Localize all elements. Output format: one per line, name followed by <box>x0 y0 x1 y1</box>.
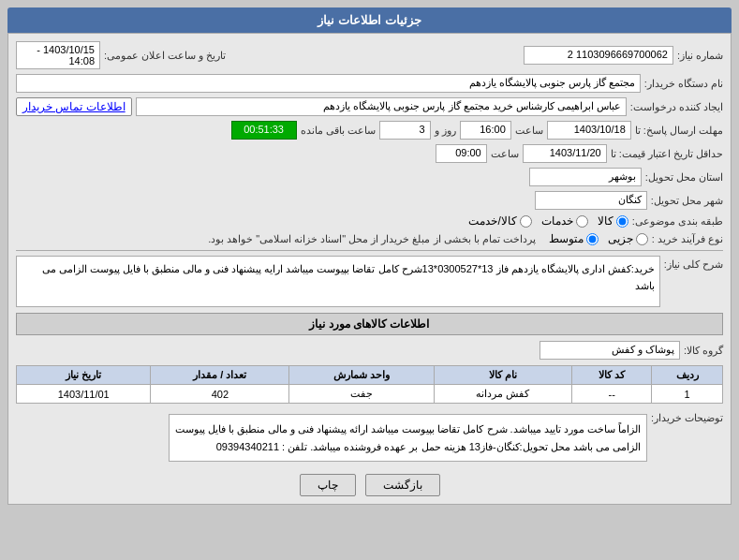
col-tarikh: تاریخ نیاز <box>17 366 151 385</box>
tarikh-value: 1403/10/15 - 14:08 <box>16 41 100 69</box>
button-row: بازگشت چاپ <box>16 474 723 496</box>
ijadKonande-value: عباس ابراهیمی کارشناس خرید مجتمع گاز پار… <box>136 97 627 116</box>
page-title: جزئیات اطلاعات نیاز <box>318 13 421 27</box>
page-header: جزئیات اطلاعات نیاز <box>7 7 732 33</box>
tarikh-label: تاریخ و ساعت اعلان عمومی: <box>104 50 226 62</box>
kala-table: ردیف کد کالا نام کالا واحد شمارش تعداد /… <box>16 365 723 404</box>
shomareNiaz-value: 1103096669700062 2 <box>524 46 673 65</box>
radio-kala-khadamat[interactable]: کالا/خدمت <box>468 214 531 228</box>
shahr-value: کنگان <box>535 191 647 210</box>
groheKala-value: پوشاک و کفش <box>539 341 680 360</box>
mohlat-date: 1403/10/18 <box>547 121 631 140</box>
ijadKonande-label: ایجاد کننده درخواست: <box>630 101 723 113</box>
radio-motavaset[interactable]: متوسط <box>549 232 599 245</box>
radio-motavaset-label: متوسط <box>549 232 584 245</box>
col-radif: ردیف <box>652 366 723 385</box>
col-vahed: واحد شمارش <box>289 366 434 385</box>
back-button[interactable]: بازگشت <box>365 474 440 496</box>
mohlat-rooz: 3 <box>379 121 431 140</box>
mohlat-label: مهلت ارسال پاسخ: تا <box>635 125 723 137</box>
mohlat-timer: 00:51:33 <box>231 121 297 140</box>
groheKala-label: گروه کالا: <box>684 345 723 357</box>
hadaqal-saat-label: ساعت <box>491 148 519 160</box>
tabaghe-radio-group: کالا خدمات کالا/خدمت <box>468 214 628 228</box>
col-name: نام کالا <box>434 366 572 385</box>
radio-khadamat-label: خدمات <box>541 214 573 228</box>
tozi-line1: الزاماً ساخت مورد تایید میباشد. شرح کامل… <box>175 423 641 435</box>
col-kod: کد کالا <box>572 366 652 385</box>
etela-kala-title: اطلاعات کالاهای مورد نیاز <box>16 313 723 335</box>
sharhKolli-text: خرید:کفش اداری پالایشگاه یازدهم فاز 13*0… <box>16 256 660 307</box>
ostan-label: استان محل تحویل: <box>645 171 723 184</box>
radio-jazii[interactable]: جزیی <box>608 232 648 245</box>
namDastgah-value: مجتمع گاز پارس جنوبی پالایشگاه یازدهم <box>16 74 641 93</box>
radio-jazii-label: جزیی <box>608 232 633 245</box>
radio-motavaset-input[interactable] <box>586 233 599 245</box>
radio-khadamat-input[interactable] <box>576 215 588 228</box>
shomareNiaz-label: شماره نیاز: <box>677 50 723 62</box>
radio-kala-label: کالا <box>598 214 613 228</box>
tabaghe-label: طبقه بندی موضوعی: <box>632 215 723 228</box>
noeFarayand-label: نوع فرآیند خرید : <box>652 233 723 245</box>
print-button[interactable]: چاپ <box>300 474 356 496</box>
hadaqal-date: 1403/11/20 <box>523 144 607 163</box>
tozi-line2: الزامی می باشد محل تحویل:کنگان-فاز13 هزی… <box>216 441 641 452</box>
farayand-desc: پرداخت تمام با بخشی از مبلغ خریدار از مح… <box>208 233 536 245</box>
ostan-value: بوشهر <box>529 168 642 186</box>
radio-kala-khadamat-label: کالا/خدمت <box>468 214 516 228</box>
radio-kala-khadamat-input[interactable] <box>520 215 532 228</box>
noeFarayand-radio-group: جزیی متوسط <box>549 232 648 245</box>
kala-table-section: ردیف کد کالا نام کالا واحد شمارش تعداد /… <box>16 365 723 404</box>
etela-btn[interactable]: اطلاعات تماس خریدار <box>16 97 132 116</box>
mohlat-saat: 16:00 <box>460 121 511 140</box>
table-row: 1--کفش مردانهجفت4021403/11/01 <box>17 385 723 404</box>
tozi-label: توضیحات خریدار: <box>651 412 723 424</box>
col-tedad: تعداد / مقدار <box>151 366 289 385</box>
mohlat-mande-label: ساعت باقی مانده <box>301 125 376 137</box>
hadaqal-saat: 09:00 <box>436 144 487 163</box>
mohlat-saat-label: ساعت <box>515 125 543 137</box>
hadaqal-label: حداقل تاریخ اعتبار قیمت: تا <box>611 148 723 160</box>
namDastgah-label: نام دستگاه خریدار: <box>644 78 723 90</box>
shahr-label: شهر محل تحویل: <box>651 195 723 207</box>
radio-khadamat[interactable]: خدمات <box>541 214 588 228</box>
sharhKolli-label: شرح کلی نیاز: <box>664 258 723 271</box>
radio-jazii-input[interactable] <box>636 233 648 245</box>
tozi-text: الزاماً ساخت مورد تایید میباشد. شرح کامل… <box>169 414 647 462</box>
radio-kala-input[interactable] <box>616 215 628 228</box>
mohlat-rooz-label: روز و <box>435 125 456 137</box>
radio-kala[interactable]: کالا <box>598 214 628 228</box>
